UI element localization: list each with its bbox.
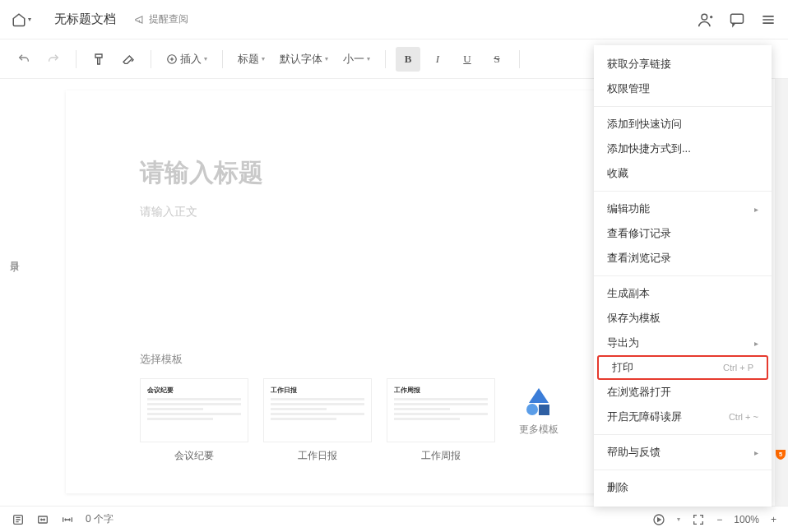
menu-item[interactable]: 收藏 (594, 161, 772, 186)
template-name: 会议纪要 (174, 449, 214, 463)
add-user-icon[interactable] (698, 12, 714, 28)
remind-review-button[interactable]: 提醒查阅 (134, 12, 188, 26)
page-width-icon[interactable] (61, 513, 74, 526)
template-name: 工作日报 (298, 449, 337, 463)
menu-item[interactable]: 导出为▸ (594, 331, 772, 355)
redo-button[interactable] (41, 47, 66, 72)
svg-point-4 (526, 404, 538, 415)
menu-separator (594, 470, 772, 470)
insert-label: 插入 (180, 52, 202, 67)
menu-item-label: 查看修订记录 (607, 226, 671, 241)
font-dropdown[interactable]: 默认字体▾ (275, 52, 333, 67)
chevron-right-icon: ▸ (754, 448, 758, 457)
menu-shortcut: Ctrl + ~ (729, 412, 758, 422)
menu-separator (594, 275, 772, 276)
more-menu: 获取分享链接权限管理添加到快速访问添加快捷方式到...收藏编辑功能▸查看修订记录… (594, 45, 772, 507)
more-templates-label: 更多模板 (519, 423, 559, 437)
document-title[interactable]: 无标题文档 (54, 12, 116, 27)
play-icon[interactable] (652, 513, 665, 526)
bold-button[interactable]: B (396, 47, 420, 72)
menu-item[interactable]: 查看修订记录 (594, 221, 772, 246)
menu-item[interactable]: 删除 (594, 475, 772, 500)
menu-item[interactable]: 打印Ctrl + P (597, 355, 768, 380)
chevron-down-icon: ▾ (204, 55, 207, 62)
menu-item[interactable]: 保存为模板 (594, 306, 772, 331)
comment-icon[interactable] (729, 12, 745, 28)
underline-button[interactable]: U (455, 47, 480, 72)
menu-item[interactable]: 帮助与反馈▸ (594, 440, 772, 465)
menu-item-label: 保存为模板 (607, 311, 661, 326)
body-placeholder[interactable]: 请输入正文 (140, 205, 650, 220)
shapes-icon (522, 385, 555, 418)
template-card[interactable]: 工作周报 工作周报 (387, 378, 495, 463)
menu-item-label: 导出为 (607, 335, 639, 350)
menu-item-label: 添加到快速访问 (607, 117, 682, 132)
menu-item[interactable]: 编辑功能▸ (594, 197, 772, 221)
insert-dropdown[interactable]: 插入 ▾ (161, 52, 212, 67)
italic-button[interactable]: I (425, 47, 450, 72)
chevron-down-icon[interactable]: ▾ (677, 516, 680, 523)
template-card[interactable]: 会议纪要 会议纪要 (140, 378, 248, 463)
redo-icon (47, 53, 60, 66)
home-icon (12, 12, 26, 27)
undo-button[interactable] (12, 47, 36, 72)
svg-rect-5 (539, 405, 549, 415)
undo-icon (17, 53, 30, 66)
strike-button[interactable]: S (484, 47, 509, 72)
fit-width-icon[interactable] (36, 513, 49, 526)
remind-label: 提醒查阅 (149, 12, 188, 26)
chevron-down-icon: ▾ (28, 16, 31, 23)
menu-item[interactable]: 添加到快速访问 (594, 112, 772, 136)
fullscreen-icon[interactable] (692, 513, 705, 526)
eraser-icon (122, 53, 135, 66)
svg-point-0 (702, 14, 707, 20)
menu-shortcut: Ctrl + P (723, 363, 753, 372)
more-templates-button[interactable]: 更多模板 (510, 378, 568, 442)
top-bar: ▾ 无标题文档 提醒查阅 (0, 0, 788, 39)
status-bar: 0 个字 ▾ − 100% + (0, 506, 788, 532)
svg-rect-1 (731, 14, 744, 23)
zoom-level: 100% (734, 514, 759, 525)
template-name: 工作周报 (421, 449, 461, 463)
home-button[interactable]: ▾ (12, 12, 31, 27)
menu-separator (594, 106, 772, 107)
zoom-in-button[interactable]: + (771, 514, 776, 525)
menu-item[interactable]: 生成副本 (594, 281, 772, 306)
scrollbar[interactable] (775, 79, 788, 506)
word-count: 0 个字 (86, 512, 114, 526)
menu-item[interactable]: 在浏览器打开 (594, 380, 772, 405)
menu-item-label: 查看浏览记录 (607, 251, 671, 266)
menu-item[interactable]: 查看浏览记录 (594, 246, 772, 271)
menu-item[interactable]: 权限管理 (594, 76, 772, 101)
menu-item[interactable]: 添加快捷方式到... (594, 136, 772, 161)
title-placeholder[interactable]: 请输入标题 (140, 156, 650, 190)
clear-format-button[interactable] (116, 47, 141, 72)
megaphone-icon (134, 14, 146, 25)
menu-item-label: 打印 (612, 360, 633, 375)
template-card[interactable]: 工作日报 工作日报 (263, 378, 372, 463)
hamburger-menu-icon[interactable] (760, 12, 776, 28)
font-size-dropdown[interactable]: 小一▾ (338, 52, 375, 67)
menu-item-label: 收藏 (607, 166, 628, 181)
menu-item[interactable]: 获取分享链接 (594, 52, 772, 76)
heading-dropdown[interactable]: 标题▾ (233, 52, 270, 67)
menu-item-label: 删除 (607, 480, 628, 495)
toc-toggle[interactable]: 目录 (7, 253, 21, 257)
zoom-out-button[interactable]: − (716, 514, 722, 525)
left-sidebar: 目录 (0, 81, 28, 409)
menu-item-label: 在浏览器打开 (607, 385, 671, 400)
format-brush-icon (92, 53, 105, 66)
chevron-down-icon: ▾ (325, 55, 328, 62)
format-painter-button[interactable] (86, 47, 111, 72)
menu-item[interactable]: 开启无障碍读屏Ctrl + ~ (594, 405, 772, 429)
menu-item-label: 添加快捷方式到... (607, 141, 691, 156)
menu-item-label: 编辑功能 (607, 201, 650, 216)
menu-separator (594, 191, 772, 192)
svg-marker-3 (529, 388, 549, 403)
outline-view-icon[interactable] (12, 513, 25, 526)
chevron-right-icon: ▸ (754, 339, 758, 348)
chevron-down-icon: ▾ (262, 55, 265, 62)
menu-item-label: 帮助与反馈 (607, 445, 661, 460)
menu-item-label: 生成副本 (607, 286, 650, 301)
chevron-right-icon: ▸ (754, 205, 758, 214)
